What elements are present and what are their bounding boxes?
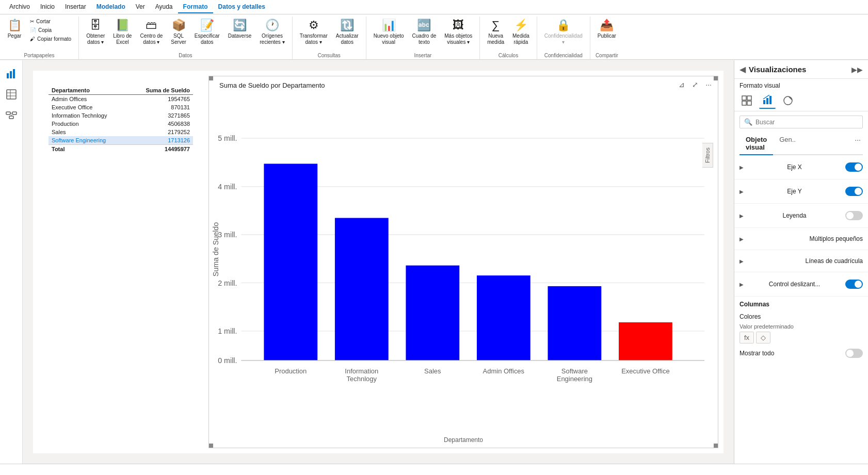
panel-title: Visualizaciones <box>749 65 806 74</box>
chart-toolbar: ⊿ ⤢ ··· <box>677 79 714 90</box>
chart-title: Suma de Sueldo por Departamento <box>219 81 325 89</box>
valor-pred-label: Valor predeterminado <box>740 323 863 330</box>
table-row[interactable]: Admin Offices 1954765 <box>49 95 193 104</box>
menu-archivo[interactable]: Archivo <box>4 1 35 13</box>
y-label-2mill: 2 mill. <box>218 279 237 287</box>
section-control-deslizant: ▶ Control deslizant... <box>734 272 868 297</box>
ribbon-btn-medida-rapida[interactable]: ⚡ Medidarápida <box>509 18 533 46</box>
bar-chart-svg: 5 mill. 4 mill. 3 mill. 2 mill. 1 mill. … <box>209 92 718 427</box>
bar-sales[interactable] <box>406 266 459 361</box>
table-row-selected[interactable]: Software Engineering 1713126 <box>49 136 193 145</box>
chart-svg-area: 5 mill. 4 mill. 3 mill. 2 mill. 1 mill. … <box>209 92 718 427</box>
ribbon-btn-obtener-datos[interactable]: 🗄 Obtenerdatos ▾ <box>83 18 108 46</box>
ribbon-btn-publicar[interactable]: 📤 Publicar <box>594 18 619 40</box>
panel-icon-format-visual[interactable] <box>759 92 776 109</box>
columnas-section: Columnas Colores Valor predeterminado fx… <box>734 297 868 365</box>
ribbon-btn-sql[interactable]: 📦 SQLServer <box>168 18 189 46</box>
chart-container: Suma de Sueldo por Departamento ⊿ ⤢ ··· … <box>208 76 718 448</box>
bar-admin[interactable] <box>477 275 531 361</box>
ribbon-btn-transformar[interactable]: ⚙ Transformardatos ▾ <box>297 18 331 46</box>
panel-icon-analytics[interactable] <box>780 92 796 109</box>
section-row-eje-y[interactable]: ▶ Eje Y <box>740 184 863 199</box>
libro-excel-label: Libro deExcel <box>113 33 132 45</box>
eraser-button[interactable]: ◇ <box>756 332 770 343</box>
filtros-tab[interactable]: Filtros <box>702 143 713 168</box>
panel-expand-arrows[interactable]: ▶▶ <box>851 65 863 74</box>
y-label-5mill: 5 mill. <box>218 134 237 142</box>
section-row-multiplos[interactable]: ▶ Múltiplos pequeños <box>740 232 863 245</box>
ribbon-btn-dataverse[interactable]: 🔄 Dataverse <box>225 18 255 40</box>
table-row[interactable]: Sales 2179252 <box>49 128 193 136</box>
ribbon-btn-cuadro-texto[interactable]: 🔤 Cuadro detexto <box>409 18 440 46</box>
menu-formato[interactable]: Formato <box>178 1 213 13</box>
ribbon-btn-actualizar[interactable]: 🔃 Actualizardatos <box>333 18 362 46</box>
ribbon-btn-nueva-medida[interactable]: ∑ Nuevamedida <box>484 18 507 46</box>
ribbon-btn-confidencialidad[interactable]: 🔒 Confidencialidad▾ <box>541 18 586 46</box>
section-row-lineas[interactable]: ▶ Líneas de cuadrícula <box>740 254 863 268</box>
bar-label-sw-eng-2: Engineering <box>557 375 592 383</box>
section-row-eje-x[interactable]: ▶ Eje X <box>740 159 863 175</box>
control-toggle[interactable] <box>845 280 863 289</box>
sidebar-icon-model[interactable] <box>2 106 21 124</box>
tab-general[interactable]: Gen.. <box>773 133 802 155</box>
ribbon-btn-cortar[interactable]: ✂ Cortar <box>27 18 74 25</box>
chevron-control: ▶ <box>740 282 744 287</box>
data-center-icon: 🗃 <box>146 19 157 32</box>
leyenda-toggle[interactable] <box>845 211 863 220</box>
bar-label-sales: Sales <box>424 367 441 375</box>
panel-back-arrow[interactable]: ◀ <box>740 64 746 74</box>
search-icon: 🔍 <box>744 118 752 126</box>
mostrar-todo-toggle[interactable] <box>845 349 863 358</box>
cut-icon: ✂ <box>30 19 34 24</box>
focus-icon[interactable]: ⤢ <box>690 79 700 90</box>
nuevo-visual-label: Nuevo objetovisual <box>374 33 404 45</box>
section-row-control[interactable]: ▶ Control deslizant... <box>740 276 863 292</box>
ribbon-btn-nuevo-visual[interactable]: 📊 Nuevo objetovisual <box>371 18 407 46</box>
ribbon-btn-copia[interactable]: 📄 Copia <box>27 26 74 34</box>
bar-software-eng[interactable] <box>548 286 601 361</box>
panel-icon-grid[interactable] <box>738 92 755 109</box>
tab-objeto-visual[interactable]: Objetovisual <box>740 133 773 155</box>
table-row[interactable]: Executive Office 870131 <box>49 103 193 111</box>
menu-ver[interactable]: Ver <box>131 1 150 13</box>
filter-icon[interactable]: ⊿ <box>677 79 687 90</box>
more-visuals-icon: 🖼 <box>453 19 464 32</box>
svg-rect-16 <box>763 100 765 104</box>
ribbon-btn-centro-datos[interactable]: 🗃 Centro dedatos ▾ <box>137 18 166 46</box>
table-cell-dept: Executive Office <box>49 103 128 111</box>
paste-icon: 📋 <box>8 19 22 32</box>
table-row[interactable]: Information Technlogy 3271865 <box>49 111 193 120</box>
fx-button[interactable]: fx <box>740 332 754 343</box>
eje-x-toggle[interactable] <box>845 162 863 172</box>
ribbon-btn-especificar[interactable]: 📝 Especificardatos <box>191 18 223 46</box>
menu-insertar[interactable]: Insertar <box>60 1 91 13</box>
table-row[interactable]: Production 4506838 <box>49 120 193 128</box>
section-leyenda: ▶ Leyenda <box>734 204 868 228</box>
menu-modelado[interactable]: Modelado <box>91 1 131 13</box>
tab-more-menu[interactable]: ··· <box>853 133 863 154</box>
table-row-total: Total 14495977 <box>49 145 193 154</box>
eje-y-toggle[interactable] <box>845 187 863 196</box>
more-options-icon[interactable]: ··· <box>703 79 714 90</box>
section-lineas: ▶ Líneas de cuadrícula <box>734 250 868 272</box>
control-label: Control deslizant... <box>769 281 820 288</box>
menu-ayuda[interactable]: Ayuda <box>150 1 178 13</box>
table-cell-total-label: Total <box>49 145 128 154</box>
menu-datos-detalles[interactable]: Datos y detalles <box>213 1 270 13</box>
ribbon-btn-origenes[interactable]: 🕐 Orígenesrecientes ▾ <box>256 18 287 46</box>
sidebar-icon-chart[interactable] <box>2 64 21 83</box>
menu-inicio[interactable]: Inicio <box>35 1 60 13</box>
copiar-formato-label: Copiar formato <box>37 36 71 42</box>
sidebar-icon-table[interactable] <box>2 85 21 104</box>
bar-info-tech[interactable] <box>335 218 389 361</box>
columnas-title: Columnas <box>740 301 863 308</box>
ribbon-btn-mas-objetos[interactable]: 🖼 Más objetosvisuales ▾ <box>441 18 475 46</box>
search-input[interactable] <box>756 119 858 126</box>
ribbon-btn-pegar[interactable]: 📋 Pegar <box>4 18 25 40</box>
ribbon-btn-copiar-formato[interactable]: 🖌 Copiar formato <box>27 35 74 43</box>
bar-exec-office[interactable] <box>619 322 672 361</box>
panel-search[interactable]: 🔍 <box>740 116 863 128</box>
bar-production[interactable] <box>264 163 317 360</box>
section-row-leyenda[interactable]: ▶ Leyenda <box>740 208 863 223</box>
ribbon-btn-libro-excel[interactable]: 📗 Libro deExcel <box>110 18 135 46</box>
